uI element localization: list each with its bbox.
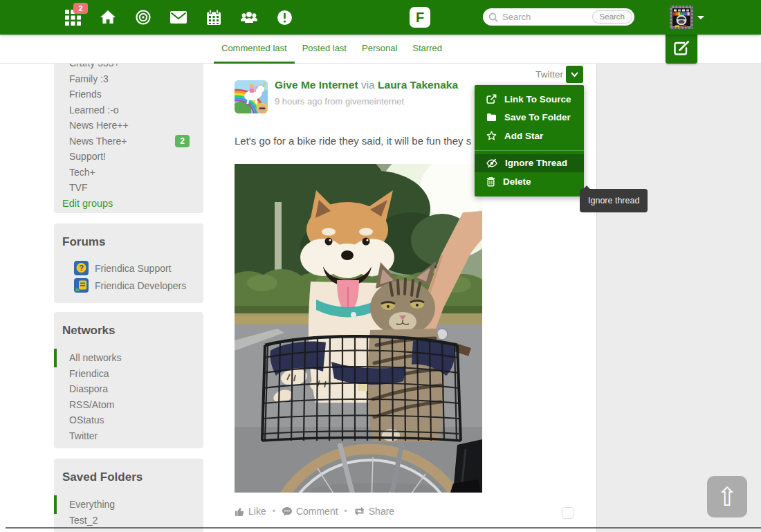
post-photo[interactable] — [235, 164, 482, 493]
messages-button[interactable] — [169, 8, 187, 26]
via-label: via — [361, 79, 375, 91]
post-menu-toggle-button[interactable] — [566, 66, 583, 83]
search-submit-button[interactable]: Search — [592, 10, 632, 24]
group-item[interactable]: Tech+ — [54, 165, 203, 181]
network-item-all[interactable]: All networks — [54, 350, 203, 366]
home-button[interactable] — [99, 8, 117, 26]
post-select-checkbox[interactable] — [562, 507, 574, 519]
forum-label: Friendica Developers — [95, 280, 186, 291]
scroll-to-top-button[interactable]: ⇧ — [707, 476, 747, 517]
apps-menu-button[interactable]: 2 — [64, 8, 82, 26]
group-label: Tech+ — [69, 167, 95, 178]
post-card: Give Me Internet via Laura Takenaka 9 ho… — [221, 64, 596, 532]
group-item[interactable]: 2 News There+ — [54, 134, 203, 149]
networks-widget: Networks All networks Friendica Diaspora… — [54, 312, 203, 448]
eye-slash-icon — [486, 158, 497, 168]
group-unread-badge: 2 — [175, 135, 190, 147]
network-item-twitter[interactable]: Twitter — [54, 428, 203, 444]
tab-starred[interactable]: Starred — [405, 35, 450, 64]
like-label: Like — [248, 506, 266, 517]
menu-item-add-star[interactable]: Add Star — [475, 127, 584, 145]
notifications-button[interactable] — [275, 8, 293, 26]
network-label: Twitter — [69, 430, 98, 441]
like-button[interactable]: Like — [235, 506, 266, 517]
groups-widget: Crafty 555+ Family :3 Friends Learned :-… — [54, 38, 203, 213]
user-avatar[interactable] — [670, 6, 693, 29]
menu-item-label: Delete — [503, 176, 531, 187]
menu-item-save-to-folder[interactable]: Save To Folder — [475, 109, 584, 127]
menu-item-delete[interactable]: Delete — [475, 172, 584, 191]
unicorn-avatar-image — [235, 80, 268, 113]
action-separator: • — [273, 506, 275, 516]
forum-label: Friendica Support — [95, 263, 172, 274]
tab-personal[interactable]: Personal — [354, 35, 405, 64]
action-separator: • — [345, 506, 347, 516]
post-network-label: Twitter — [533, 69, 563, 80]
bullseye-icon — [135, 9, 152, 26]
group-label: News There+ — [69, 136, 127, 147]
right-aside-background — [596, 64, 761, 532]
network-item-ostatus[interactable]: OStatus — [54, 412, 203, 428]
group-item[interactable]: TVF — [54, 180, 203, 196]
ignore-thread-tooltip: Ignore thread — [580, 189, 648, 212]
edit-groups-link[interactable]: Edit groups — [62, 196, 203, 212]
forum-item-friendica-support[interactable]: ? Friendica Support — [54, 259, 203, 277]
saved-folders-widget: Saved Folders Everything Test_2 — [54, 459, 203, 532]
forum-item-friendica-developers[interactable]: o/ Friendica Developers — [54, 277, 203, 294]
comment-button[interactable]: Comment — [282, 506, 338, 517]
users-icon — [240, 10, 258, 25]
events-button[interactable] — [205, 8, 223, 26]
folder-item-test2[interactable]: Test_2 — [54, 513, 203, 529]
avatar-caret-down-icon[interactable] — [697, 16, 704, 19]
pencil-square-icon — [672, 39, 690, 57]
group-label: News Here++ — [69, 120, 129, 131]
network-label: Friendica — [69, 368, 109, 379]
svg-text:?: ? — [79, 264, 84, 272]
search-input[interactable] — [498, 12, 592, 22]
comment-bubble-icon — [282, 506, 293, 517]
post-actions-dropdown: Link To Source Save To Folder Add Star I… — [475, 85, 584, 196]
test-card-avatar-image — [670, 6, 693, 29]
tab-posted-last[interactable]: Posted last — [295, 35, 354, 64]
exclamation-circle-icon — [277, 10, 293, 26]
group-label: Learned :-o — [69, 104, 119, 116]
contacts-button[interactable] — [240, 8, 258, 26]
share-label: Share — [369, 506, 394, 517]
group-item[interactable]: Learned :-o — [54, 102, 203, 118]
arrow-up-icon: ⇧ — [716, 482, 737, 512]
folder-icon — [486, 113, 497, 122]
star-icon — [486, 131, 497, 141]
post-action-bar: Like • Comment • Share — [235, 506, 394, 517]
post-author-avatar[interactable] — [235, 80, 268, 113]
thumbs-up-icon — [235, 506, 245, 517]
wall-owner-link[interactable]: Laura Takenaka — [378, 79, 458, 91]
group-label: Family :3 — [69, 73, 109, 84]
search-icon — [488, 12, 498, 22]
share-button[interactable]: Share — [354, 506, 394, 517]
friendica-logo[interactable]: F — [410, 7, 430, 28]
network-item-diaspora[interactable]: Diaspora — [54, 381, 203, 397]
group-item[interactable]: Family :3 — [54, 71, 203, 87]
group-label: TVF — [69, 182, 87, 193]
trash-icon — [486, 176, 495, 187]
menu-item-link-to-source[interactable]: Link To Source — [475, 90, 584, 109]
forum-developers-icon: o/ — [74, 278, 89, 293]
forums-widget-title: Forums — [54, 223, 203, 250]
group-item[interactable]: Friends — [54, 86, 203, 102]
menu-item-ignore-thread[interactable]: Ignore Thread — [475, 154, 584, 173]
network-item-rss-atom[interactable]: RSS/Atom — [54, 397, 203, 413]
top-navbar: 2 — [0, 0, 761, 35]
feed-tabbar: Commented last Posted last Personal Star… — [0, 35, 761, 64]
post-author-link[interactable]: Give Me Internet — [275, 79, 358, 91]
group-item[interactable]: News Here++ — [54, 118, 203, 134]
envelope-icon — [170, 11, 187, 24]
comment-label: Comment — [296, 506, 338, 517]
group-label: Friends — [69, 89, 102, 100]
folder-item-everything[interactable]: Everything — [54, 497, 203, 513]
forums-widget: Forums ? Friendica Support o/ Friendica … — [54, 223, 203, 303]
network-item-friendica[interactable]: Friendica — [54, 366, 203, 382]
compose-post-button[interactable] — [666, 32, 697, 64]
network-button[interactable] — [134, 8, 152, 26]
group-item[interactable]: Support! — [54, 149, 203, 165]
tab-commented-last[interactable]: Commented last — [214, 35, 295, 64]
